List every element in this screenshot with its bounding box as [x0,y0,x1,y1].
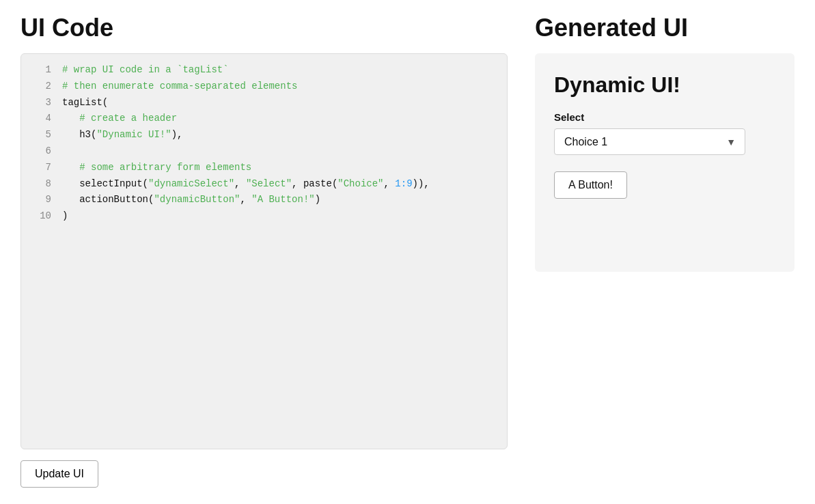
line-number: 3 [32,95,51,111]
code-content: selectInput("dynamicSelect", "Select", p… [62,176,496,193]
code-token: tagList( [62,97,108,108]
line-number: 1 [32,62,51,79]
code-token: "dynamicSelect" [148,178,234,189]
code-token: "Select" [246,178,292,189]
select-label: Select [554,111,775,123]
code-content: # create a header [62,111,496,127]
code-line: 4 # create a header [21,111,507,127]
ui-code-title: UI Code [20,14,508,42]
code-token: )), [413,178,430,189]
main-layout: UI Code 1# wrap UI code in a `tagList`2#… [20,14,795,488]
code-content: actionButton("dynamicButton", "A Button!… [62,192,496,208]
code-line: 10) [21,208,507,225]
code-token: ) [62,210,68,221]
code-token: # some arbitrary form elements [62,162,251,173]
select-wrapper: Choice 1Choice 2Choice 3Choice 4Choice 5… [554,128,775,155]
line-number: 5 [32,127,51,143]
code-token: h3( [62,129,96,140]
code-token: 1:9 [395,178,412,189]
code-token: , [234,178,246,189]
code-content: tagList( [62,95,496,111]
right-panel: Generated UI Dynamic UI! Select Choice 1… [535,14,795,272]
code-line: 6 [21,143,507,160]
left-panel: UI Code 1# wrap UI code in a `tagList`2#… [20,14,508,488]
code-token: "A Button!" [251,194,314,205]
line-number: 8 [32,176,51,193]
code-token: "Choice" [337,178,383,189]
code-line: 3tagList( [21,95,507,111]
line-number: 4 [32,111,51,127]
code-token: "Dynamic UI!" [96,129,171,140]
code-editor: 1# wrap UI code in a `tagList`2# then en… [20,53,508,449]
code-token: , [240,194,251,205]
code-line: 2# then enumerate comma-separated elemen… [21,79,507,95]
code-content: # then enumerate comma-separated element… [62,79,496,95]
code-token: "dynamicButton" [154,194,240,205]
code-token: selectInput( [62,178,148,189]
code-content: # some arbitrary form elements [62,160,496,176]
update-ui-button[interactable]: Update UI [20,460,98,488]
generated-panel: Dynamic UI! Select Choice 1Choice 2Choic… [535,53,795,272]
line-number: 9 [32,192,51,208]
code-content: # wrap UI code in a `tagList` [62,62,496,79]
code-token: # then enumerate comma-separated element… [62,81,297,92]
code-token: , paste( [292,178,337,189]
code-token: # create a header [62,113,177,124]
code-token: ) [315,194,320,205]
code-line: 9 actionButton("dynamicButton", "A Butto… [21,192,507,208]
code-token: ), [171,129,183,140]
dynamic-ui-title: Dynamic UI! [554,72,775,98]
dynamic-button[interactable]: A Button! [554,171,627,199]
code-token: # wrap UI code in a `tagList` [62,64,229,75]
code-content: ) [62,208,496,225]
code-content [62,143,496,160]
code-token: actionButton( [62,194,154,205]
line-number: 10 [32,208,51,225]
line-number: 6 [32,143,51,160]
dynamic-select[interactable]: Choice 1Choice 2Choice 3Choice 4Choice 5… [554,128,745,155]
code-line: 8 selectInput("dynamicSelect", "Select",… [21,176,507,193]
line-number: 2 [32,79,51,95]
code-token: , [384,178,396,189]
code-line: 7 # some arbitrary form elements [21,160,507,176]
code-line: 1# wrap UI code in a `tagList` [21,62,507,79]
code-line: 5 h3("Dynamic UI!"), [21,127,507,143]
generated-ui-title: Generated UI [535,14,795,42]
line-number: 7 [32,160,51,176]
bottom-bar: Update UI [20,460,508,488]
code-content: h3("Dynamic UI!"), [62,127,496,143]
